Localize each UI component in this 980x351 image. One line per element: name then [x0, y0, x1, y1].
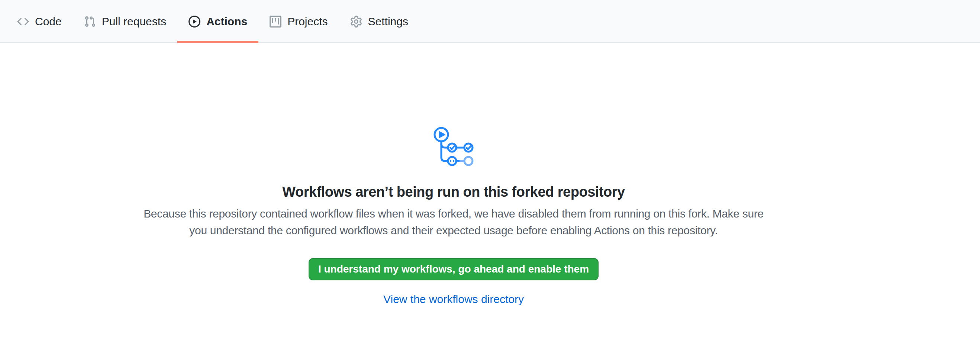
tab-projects[interactable]: Projects — [258, 0, 339, 43]
view-workflows-directory-link[interactable]: View the workflows directory — [383, 293, 524, 306]
tab-label: Actions — [206, 16, 247, 27]
repo-tab-bar: Code Pull requests Actions Projects Sett… — [0, 0, 980, 43]
tab-settings[interactable]: Settings — [339, 0, 419, 43]
actions-blankslate: Workflows aren’t being run on this forke… — [0, 125, 907, 306]
tab-label: Pull requests — [102, 16, 166, 27]
play-circle-icon — [188, 16, 200, 27]
workflow-graph-icon — [433, 125, 475, 168]
tab-code[interactable]: Code — [6, 0, 73, 43]
code-icon — [17, 16, 29, 27]
gear-icon — [350, 16, 362, 27]
tab-pull-requests[interactable]: Pull requests — [73, 0, 177, 43]
tab-label: Code — [35, 16, 62, 27]
enable-workflows-button[interactable]: I understand my workflows, go ahead and … — [309, 258, 598, 280]
project-icon — [269, 16, 282, 27]
tab-label: Projects — [287, 16, 328, 27]
tab-label: Settings — [368, 16, 408, 27]
git-pull-request-icon — [84, 16, 96, 27]
page-title: Workflows aren’t being run on this forke… — [282, 183, 625, 201]
blankslate-description: Because this repository contained workfl… — [139, 205, 768, 239]
tab-actions[interactable]: Actions — [177, 0, 258, 43]
